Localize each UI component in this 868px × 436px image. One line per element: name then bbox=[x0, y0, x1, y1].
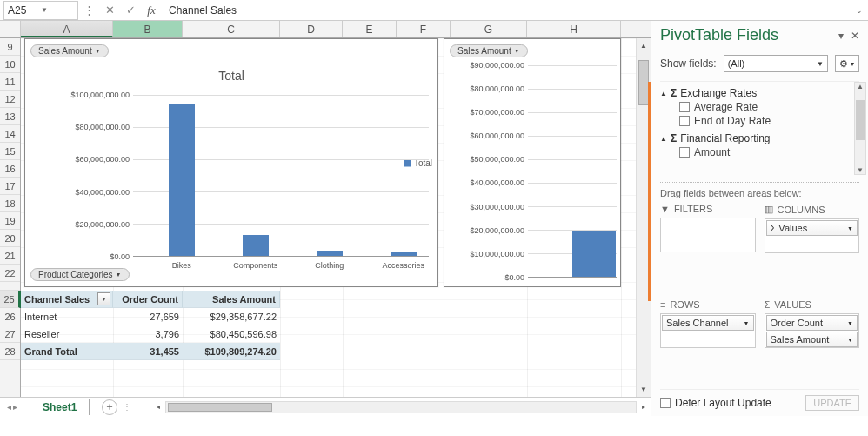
rows-area[interactable]: ≡ROWS Sales Channel▼ bbox=[660, 299, 756, 386]
pivot-chart-total[interactable]: Sales Amount ▼ Total Total $100,000,000.… bbox=[24, 38, 438, 287]
tab-splitter-icon[interactable]: ⋮ bbox=[117, 402, 137, 412]
nav-prev-icon[interactable]: ▸ bbox=[13, 402, 17, 412]
pivot-filter-dropdown-icon[interactable]: ▼ bbox=[97, 292, 110, 305]
row-header[interactable]: 27 bbox=[0, 325, 20, 343]
row-header[interactable]: 18 bbox=[0, 195, 20, 212]
pivot-header-cell[interactable]: Order Count bbox=[113, 291, 183, 308]
pivot-data-cell[interactable]: 3,796 bbox=[113, 325, 183, 343]
area-field-item[interactable]: Sales Channel▼ bbox=[662, 315, 754, 331]
columns-area[interactable]: ▥COLUMNS Σ Values▼ bbox=[765, 204, 860, 291]
collapse-icon[interactable]: ▲ bbox=[660, 135, 667, 143]
chart-bar[interactable] bbox=[572, 231, 616, 277]
cancel-formula-icon[interactable]: ✕ bbox=[99, 3, 120, 17]
fx-icon[interactable]: fx bbox=[141, 3, 162, 17]
pivot-header-cell[interactable]: Sales Amount bbox=[183, 291, 280, 308]
pivot-data-cell[interactable]: $29,358,677.22 bbox=[183, 308, 280, 325]
column-header[interactable]: H bbox=[527, 21, 621, 37]
checkbox-icon[interactable] bbox=[679, 147, 690, 158]
pivot-header-cell[interactable]: Channel Sales ▼ bbox=[21, 291, 113, 308]
pivot-row-label[interactable]: Internet bbox=[21, 308, 113, 325]
select-all-corner[interactable] bbox=[0, 21, 21, 37]
row-header[interactable]: 13 bbox=[0, 108, 20, 125]
chart-bar[interactable] bbox=[243, 235, 269, 256]
pivot-total-cell[interactable]: $109,809,274.20 bbox=[183, 343, 280, 360]
pivot-total-label[interactable]: Grand Total bbox=[21, 343, 113, 360]
field-item[interactable]: Average Rate bbox=[679, 101, 859, 113]
area-field-item[interactable]: Σ Values▼ bbox=[766, 220, 858, 236]
scroll-down-icon[interactable]: ▼ bbox=[637, 382, 651, 397]
field-group-header[interactable]: ▲ Σ Exchange Rates bbox=[660, 87, 859, 99]
column-header[interactable]: A bbox=[21, 21, 113, 37]
column-header[interactable]: B bbox=[113, 21, 183, 37]
column-header[interactable]: D bbox=[280, 21, 343, 37]
column-header[interactable]: C bbox=[183, 21, 280, 37]
show-fields-dropdown[interactable]: (All) ▼ bbox=[724, 55, 828, 72]
chart-measure-filter[interactable]: Sales Amount ▼ bbox=[30, 44, 109, 57]
area-field-item[interactable]: Sales Amount▼ bbox=[766, 332, 858, 347]
pivot-data-cell[interactable]: $80,450,596.98 bbox=[183, 325, 280, 343]
scroll-right-icon[interactable]: ▸ bbox=[637, 403, 651, 411]
name-box[interactable]: A25 ▼ bbox=[3, 1, 78, 20]
formula-input[interactable]: Channel Sales bbox=[162, 4, 851, 17]
horizontal-scrollbar[interactable]: ◂ ▸ bbox=[151, 401, 651, 413]
field-list-scrollbar[interactable]: ▲ ▼ bbox=[854, 82, 866, 175]
row-header[interactable]: 15 bbox=[0, 143, 20, 160]
field-group-header[interactable]: ▲ Σ Financial Reporting bbox=[660, 132, 859, 144]
chevron-down-icon[interactable]: ▼ bbox=[744, 320, 750, 326]
column-header[interactable]: F bbox=[397, 21, 451, 37]
defer-layout-checkbox[interactable]: Defer Layout Update bbox=[660, 397, 771, 409]
pivot-chart-secondary[interactable]: Sales Amount ▼ $90,000,000.00 $80,000,00… bbox=[444, 38, 621, 287]
row-header[interactable]: 16 bbox=[0, 160, 20, 178]
chevron-down-icon[interactable]: ▼ bbox=[41, 6, 74, 14]
collapse-icon[interactable]: ▲ bbox=[660, 90, 667, 97]
chevron-down-icon[interactable]: ▼ bbox=[847, 320, 853, 326]
row-header[interactable]: 11 bbox=[0, 73, 20, 91]
scrollbar-thumb[interactable] bbox=[856, 100, 865, 140]
scrollbar-thumb[interactable] bbox=[168, 403, 272, 412]
pivot-total-cell[interactable]: 31,455 bbox=[113, 343, 183, 360]
row-header[interactable]: 14 bbox=[0, 125, 20, 143]
pane-options-chevron-icon[interactable]: ▾ bbox=[838, 30, 844, 42]
pivot-row-label[interactable]: Reseller bbox=[21, 325, 113, 343]
row-header[interactable]: 17 bbox=[0, 178, 20, 195]
sheet-nav[interactable]: ◂ ▸ bbox=[0, 402, 24, 412]
checkbox-icon[interactable] bbox=[679, 102, 690, 112]
values-area[interactable]: ΣVALUES Order Count▼ Sales Amount▼ bbox=[765, 299, 860, 386]
checkbox-icon[interactable] bbox=[660, 398, 671, 408]
accept-formula-icon[interactable]: ✓ bbox=[120, 3, 141, 17]
row-header[interactable]: 26 bbox=[0, 308, 20, 325]
chart-bar[interactable] bbox=[169, 104, 195, 256]
scroll-up-icon[interactable]: ▲ bbox=[637, 38, 651, 53]
field-item[interactable]: End of Day Rate bbox=[679, 115, 859, 127]
update-button[interactable]: UPDATE bbox=[805, 395, 859, 411]
row-header[interactable]: 9 bbox=[0, 38, 20, 56]
pivot-data-cell[interactable]: 27,659 bbox=[113, 308, 183, 325]
nav-first-icon[interactable]: ◂ bbox=[7, 402, 11, 412]
close-pane-icon[interactable]: ✕ bbox=[851, 30, 859, 42]
row-header[interactable]: 10 bbox=[0, 56, 20, 73]
chart-dimension-filter[interactable]: Product Categories ▼ bbox=[30, 268, 130, 281]
field-list[interactable]: ▲ Σ Exchange Rates Average Rate End of D… bbox=[660, 81, 859, 175]
row-header[interactable]: 20 bbox=[0, 230, 20, 247]
chart-measure-filter[interactable]: Sales Amount ▼ bbox=[450, 44, 528, 57]
column-header[interactable]: E bbox=[343, 21, 397, 37]
column-header[interactable]: G bbox=[451, 21, 527, 37]
row-header[interactable]: 19 bbox=[0, 212, 20, 230]
field-item[interactable]: Amount bbox=[679, 146, 859, 158]
row-header[interactable]: 25 bbox=[0, 291, 20, 308]
sheet-tab[interactable]: Sheet1 bbox=[30, 399, 90, 415]
checkbox-icon[interactable] bbox=[679, 116, 690, 126]
expand-formula-bar-icon[interactable]: ⌄ bbox=[851, 6, 868, 15]
scroll-left-icon[interactable]: ◂ bbox=[151, 403, 165, 411]
new-sheet-button[interactable]: ＋ bbox=[102, 399, 117, 415]
row-header[interactable]: 12 bbox=[0, 91, 20, 108]
row-header[interactable]: 28 bbox=[0, 343, 20, 360]
field-list-settings-button[interactable]: ⚙▼ bbox=[835, 55, 859, 72]
chevron-down-icon[interactable]: ▼ bbox=[847, 225, 853, 231]
row-header[interactable]: 21 bbox=[0, 247, 20, 265]
vertical-scrollbar[interactable]: ▲ ▼ bbox=[636, 38, 651, 397]
cell-grid[interactable]: Sales Amount ▼ Total Total $100,000,000.… bbox=[21, 38, 636, 397]
filters-area[interactable]: ▼FILTERS bbox=[660, 204, 756, 291]
row-header[interactable]: 22 bbox=[0, 265, 20, 282]
area-field-item[interactable]: Order Count▼ bbox=[766, 315, 858, 331]
